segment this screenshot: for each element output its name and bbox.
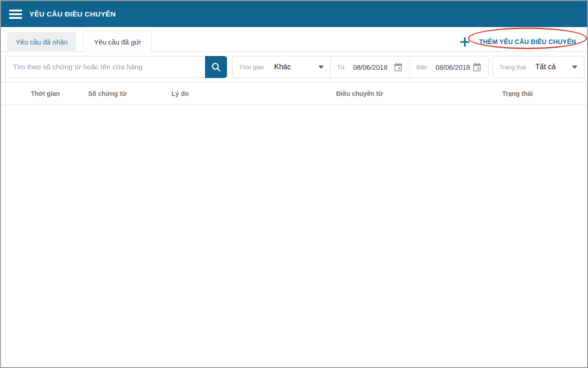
tab-received-label: Yêu cầu đã nhận <box>16 38 67 46</box>
calendar-icon[interactable] <box>393 62 403 72</box>
menu-icon[interactable] <box>9 10 22 19</box>
app-bar: YÊU CẦU ĐIỀU CHUYỂN <box>1 1 587 27</box>
status-filter-value: Tất cả <box>535 63 555 71</box>
date-from-field[interactable]: Từ 08/06/2018 <box>330 56 410 78</box>
table-body-empty <box>1 105 587 367</box>
transfer-request-page: YÊU CẦU ĐIỀU CHUYỂN Yêu cầu đã nhận Yêu … <box>0 0 588 368</box>
tab-sent-label: Yêu cầu đã gửi <box>94 38 141 46</box>
search-input[interactable] <box>13 63 198 71</box>
column-header-time: Thời gian <box>31 90 88 97</box>
tab-sent-requests[interactable]: Yêu cầu đã gửi <box>83 31 152 52</box>
time-filter-value: Khác <box>274 63 291 71</box>
time-filter-label: Thời gian <box>239 64 264 71</box>
column-header-reason: Lý do <box>172 90 336 97</box>
plus-icon <box>459 36 471 48</box>
tab-received-requests[interactable]: Yêu cầu đã nhận <box>7 32 76 52</box>
date-to-field[interactable]: Đến 08/06/2018 <box>410 56 488 78</box>
status-filter-dropdown[interactable]: Trạng thái Tất cả <box>493 56 584 78</box>
calendar-icon[interactable] <box>472 62 482 72</box>
table-header-row: Thời gian Số chứng từ Lý do Điều chuyển … <box>1 82 587 105</box>
date-to-label: Đến <box>416 64 427 71</box>
filter-row: Thời gian Khác Từ 08/06/2018 Đến 08/06/2… <box>1 52 587 82</box>
date-filter-group: Thời gian Khác Từ 08/06/2018 Đến 08/06/2… <box>232 56 489 78</box>
tab-bar: Yêu cầu đã nhận Yêu cầu đã gửi THÊM YÊU … <box>1 27 587 52</box>
date-from-value: 08/06/2018 <box>353 63 388 71</box>
page-title: YÊU CẦU ĐIỀU CHUYỂN <box>29 10 116 18</box>
column-header-document: Số chứng từ <box>88 90 172 97</box>
search-button[interactable] <box>205 56 227 78</box>
search-box <box>5 56 205 78</box>
chevron-down-icon <box>572 66 577 69</box>
chevron-down-icon <box>318 66 324 69</box>
column-header-status: Trạng thái <box>502 90 587 97</box>
add-button-label: THÊM YÊU CẦU ĐIỀU CHUYỂN <box>479 38 576 45</box>
date-from-label: Từ <box>337 64 345 71</box>
search-icon <box>211 61 222 72</box>
time-filter-dropdown[interactable]: Thời gian Khác <box>233 56 330 78</box>
add-transfer-request-button[interactable]: THÊM YÊU CẦU ĐIỀU CHUYỂN <box>455 34 580 50</box>
column-header-transfer-from: Điều chuyển từ <box>336 90 502 97</box>
status-filter-label: Trạng thái <box>499 64 526 71</box>
date-to-value: 08/06/2018 <box>436 63 470 71</box>
